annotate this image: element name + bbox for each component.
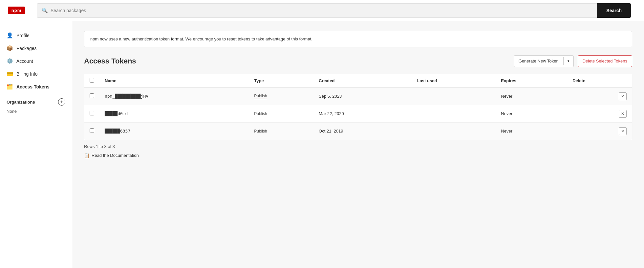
search-bar: 🔍 <box>37 3 597 18</box>
notice-text-end: . <box>311 37 312 41</box>
sidebar-item-label: Profile <box>16 33 30 38</box>
token-created-cell: Sep 5, 2023 <box>313 87 412 105</box>
token-type-cell: Publish <box>249 87 313 105</box>
token-name: ██████6357 <box>105 129 130 134</box>
select-all-header <box>84 74 100 87</box>
sidebar-item-label: Account <box>16 59 33 64</box>
generate-button-label: Generate New Token <box>519 59 562 63</box>
table-row: █████d0fd Publish Mar 22, 2020 Never ✕ <box>84 105 632 122</box>
row-checkbox-cell <box>84 87 100 105</box>
packages-icon: 📦 <box>7 45 13 51</box>
notice-link[interactable]: take advantage of this format <box>256 37 311 41</box>
sidebar-item-profile[interactable]: 👤 Profile <box>0 29 72 42</box>
token-type: Publish <box>254 111 267 116</box>
search-input[interactable] <box>51 8 592 13</box>
sidebar-item-account[interactable]: ⚙️ Account <box>0 55 72 67</box>
token-last-used-cell <box>412 122 496 140</box>
read-docs-label: Read the Documentation <box>92 153 139 158</box>
created-column-header: Created <box>313 74 412 87</box>
token-name-cell: npm_██████████jHV <box>99 87 249 105</box>
read-docs-link[interactable]: 📋 Read the Documentation <box>84 153 139 158</box>
add-organization-button[interactable]: + <box>58 98 65 106</box>
generate-token-button[interactable]: Generate New Token ▾ <box>514 55 574 67</box>
token-last-used-cell <box>412 87 496 105</box>
row-checkbox[interactable] <box>90 111 94 115</box>
token-expires: Never <box>501 129 512 134</box>
layout: 👤 Profile 📦 Packages ⚙️ Account 💳 Billin… <box>0 21 644 268</box>
delete-token-button[interactable]: ✕ <box>619 92 627 100</box>
token-type: Publish <box>254 129 267 134</box>
delete-column-header: Delete <box>567 74 632 87</box>
sidebar-item-label: Packages <box>16 46 36 51</box>
token-created: Oct 21, 2019 <box>319 129 343 134</box>
page-header: Access Tokens Generate New Token ▾ Delet… <box>84 55 632 67</box>
token-expires-cell: Never <box>496 105 567 122</box>
delete-selected-button[interactable]: Delete Selected Tokens <box>578 55 632 67</box>
token-created: Sep 5, 2023 <box>319 94 342 99</box>
sidebar-item-packages[interactable]: 📦 Packages <box>0 42 72 55</box>
token-expires: Never <box>501 111 512 116</box>
expires-column-header: Expires <box>496 74 567 87</box>
token-last-used-cell <box>412 105 496 122</box>
sidebar-item-label: Access Tokens <box>16 84 50 89</box>
delete-token-button[interactable]: ✕ <box>619 127 627 135</box>
token-delete-cell: ✕ <box>567 122 632 140</box>
account-icon: ⚙️ <box>7 58 13 64</box>
select-all-checkbox[interactable] <box>90 78 94 83</box>
token-delete-cell: ✕ <box>567 87 632 105</box>
token-expires-cell: Never <box>496 122 567 140</box>
organizations-label: Organizations <box>7 100 35 105</box>
tokens-table-body: npm_██████████jHV Publish Sep 5, 2023 Ne… <box>84 87 632 140</box>
name-column-header: Name <box>99 74 249 87</box>
sidebar-nav: 👤 Profile 📦 Packages ⚙️ Account 💳 Billin… <box>0 29 72 93</box>
token-type-cell: Publish <box>249 122 313 140</box>
sidebar: 👤 Profile 📦 Packages ⚙️ Account 💳 Billin… <box>0 21 72 268</box>
search-button[interactable]: Search <box>597 3 631 18</box>
type-column-header: Type <box>249 74 313 87</box>
sidebar-item-tokens[interactable]: 🗂️ Access Tokens <box>0 80 72 93</box>
token-type-cell: Publish <box>249 105 313 122</box>
row-checkbox-cell <box>84 122 100 140</box>
book-icon: 📋 <box>84 153 90 158</box>
organizations-section: Organizations + <box>0 93 72 108</box>
table-row: npm_██████████jHV Publish Sep 5, 2023 Ne… <box>84 87 632 105</box>
delete-token-button[interactable]: ✕ <box>619 110 627 118</box>
token-expires: Never <box>501 94 512 99</box>
sidebar-item-label: Billing Info <box>16 71 38 77</box>
token-name-cell: █████d0fd <box>99 105 249 122</box>
npm-logo: npm <box>8 7 25 14</box>
token-delete-cell: ✕ <box>567 105 632 122</box>
last-used-column-header: Last used <box>412 74 496 87</box>
page-title: Access Tokens <box>84 57 136 65</box>
main-content: npm now uses a new authentication token … <box>72 21 644 268</box>
rows-info: Rows 1 to 3 of 3 <box>84 144 632 149</box>
row-checkbox[interactable] <box>90 128 94 133</box>
dropdown-arrow-icon[interactable]: ▾ <box>565 59 572 63</box>
row-checkbox-cell <box>84 105 100 122</box>
token-created-cell: Mar 22, 2020 <box>313 105 412 122</box>
token-name: npm_██████████jHV <box>105 94 148 99</box>
search-icon: 🔍 <box>42 8 48 13</box>
token-type-badge: Publish <box>254 94 267 99</box>
sidebar-item-billing[interactable]: 💳 Billing Info <box>0 67 72 80</box>
header: npm 🔍 Search <box>0 0 644 21</box>
token-expires-cell: Never <box>496 87 567 105</box>
billing-icon: 💳 <box>7 71 13 77</box>
button-divider <box>563 57 564 65</box>
token-created: Mar 22, 2020 <box>319 111 344 116</box>
organizations-none: None <box>0 108 72 117</box>
notice-bar: npm now uses a new authentication token … <box>84 31 632 47</box>
table-row: ██████6357 Publish Oct 21, 2019 Never ✕ <box>84 122 632 140</box>
tokens-table: Name Type Created Last used Expires Dele… <box>84 74 632 140</box>
header-actions: Generate New Token ▾ Delete Selected Tok… <box>514 55 632 67</box>
token-created-cell: Oct 21, 2019 <box>313 122 412 140</box>
notice-text: npm now uses a new authentication token … <box>90 37 256 41</box>
tokens-icon: 🗂️ <box>7 84 13 90</box>
profile-icon: 👤 <box>7 32 13 38</box>
token-name-cell: ██████6357 <box>99 122 249 140</box>
table-header-row: Name Type Created Last used Expires Dele… <box>84 74 632 87</box>
row-checkbox[interactable] <box>90 93 94 98</box>
token-name: █████d0fd <box>105 111 128 116</box>
